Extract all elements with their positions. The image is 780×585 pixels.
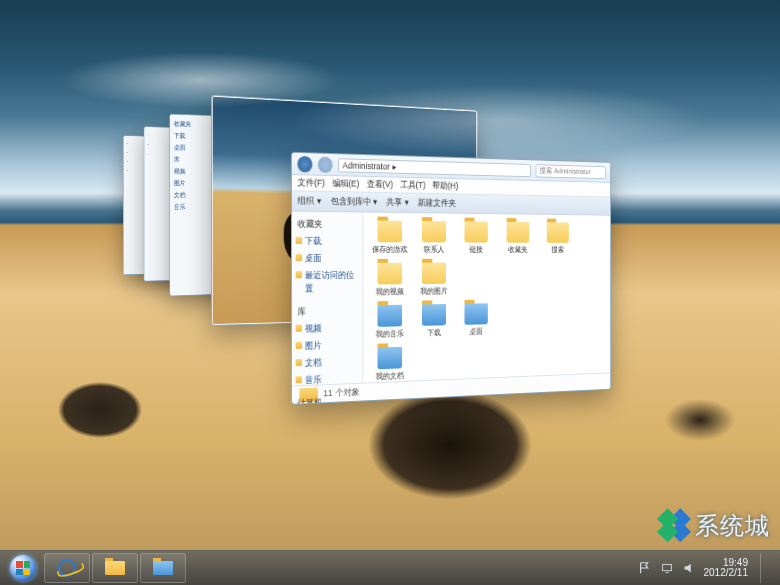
network-icon[interactable] — [660, 561, 674, 575]
show-desktop-button[interactable] — [760, 553, 770, 583]
taskbar-explorer-button[interactable] — [92, 553, 138, 583]
taskbar: 19:49 2012/2/11 — [0, 550, 780, 585]
folder-item[interactable]: 桌面 — [458, 303, 495, 337]
address-bar[interactable]: Administrator ▸ — [338, 157, 531, 176]
nav-pictures[interactable]: 图片 — [296, 336, 359, 355]
tool-newfolder[interactable]: 新建文件夹 — [417, 196, 455, 209]
nav-item[interactable]: 视频 — [172, 165, 210, 177]
flag-icon[interactable] — [638, 561, 652, 575]
search-input[interactable]: 搜索 Administrator — [536, 163, 606, 178]
watermark-text: 系统城 — [695, 510, 770, 542]
nav-music[interactable]: 音乐 — [296, 369, 359, 389]
nav-item[interactable]: 下载 — [172, 129, 210, 142]
folder-view[interactable]: 保存的游戏 联系人 链接 收藏夹 搜索 我的视频 我的图片 我的音乐 下载 桌面… — [363, 212, 610, 382]
clock[interactable]: 19:49 2012/2/11 — [704, 558, 749, 579]
date-text: 2012/2/11 — [704, 568, 749, 579]
menu-view[interactable]: 查看(V) — [366, 177, 393, 190]
folder-item[interactable]: 收藏夹 — [500, 221, 536, 254]
start-orb-icon — [10, 555, 36, 581]
folder-item[interactable]: 联系人 — [415, 220, 453, 254]
folder-item[interactable]: 我的图片 — [415, 262, 453, 296]
folder-item[interactable]: 下载 — [415, 303, 453, 338]
flip3d-window-explorer-front[interactable]: Administrator ▸ 搜索 Administrator 文件(F) 编… — [291, 151, 611, 404]
nav-desktop[interactable]: 桌面 — [296, 249, 359, 266]
nav-item[interactable]: 音乐 — [172, 201, 210, 213]
start-button[interactable] — [4, 553, 42, 583]
menu-file[interactable]: 文件(F) — [297, 176, 324, 190]
folder-item[interactable]: 我的文档 — [370, 346, 409, 382]
back-button[interactable] — [297, 155, 312, 172]
tool-organize[interactable]: 组织 ▾ — [297, 194, 321, 207]
menu-help[interactable]: 帮助(H) — [432, 179, 458, 192]
watermark: 系统城 — [657, 509, 770, 543]
taskbar-app-button[interactable] — [140, 553, 186, 583]
app-icon — [153, 561, 173, 575]
menu-tools[interactable]: 工具(T) — [400, 178, 426, 191]
watermark-icon — [650, 502, 698, 550]
folder-item[interactable]: 保存的游戏 — [370, 220, 409, 255]
nav-recent[interactable]: 最近访问的位置 — [296, 266, 359, 297]
nav-item[interactable]: 图片 — [172, 177, 210, 189]
navigation-pane: 收藏夹 下载 桌面 最近访问的位置 库 视频 图片 文档 音乐 计算机 网络 — [292, 211, 363, 385]
nav-libraries[interactable]: 库 — [296, 302, 359, 320]
svg-rect-0 — [662, 565, 671, 571]
nav-downloads[interactable]: 下载 — [296, 232, 359, 249]
menu-edit[interactable]: 编辑(E) — [332, 177, 359, 191]
nav-videos[interactable]: 视频 — [296, 319, 359, 338]
folder-item[interactable]: 链接 — [458, 221, 495, 255]
nav-item[interactable]: 库 — [172, 153, 210, 165]
forward-button[interactable] — [318, 156, 333, 172]
nav-item[interactable]: 文档 — [172, 189, 210, 201]
folder-item[interactable]: 我的音乐 — [370, 304, 409, 339]
taskbar-ie-button[interactable] — [44, 553, 90, 583]
nav-item[interactable]: 收藏夹 — [172, 117, 210, 130]
folder-item[interactable]: 搜索 — [540, 222, 575, 255]
volume-icon[interactable] — [682, 561, 696, 575]
system-tray: 19:49 2012/2/11 — [638, 553, 777, 583]
tool-include[interactable]: 包含到库中 ▾ — [330, 195, 377, 209]
tool-share[interactable]: 共享 ▾ — [386, 196, 408, 209]
nav-favorites[interactable]: 收藏夹 — [296, 215, 359, 233]
flip3d-stack: ···· ··· 收藏夹 下载 桌面 库 视频 图片 文档 — [330, 253, 331, 254]
ie-icon — [58, 559, 76, 577]
nav-documents[interactable]: 文档 — [296, 353, 359, 372]
folder-item[interactable]: 我的视频 — [370, 262, 409, 297]
explorer-icon — [105, 561, 125, 575]
desktop: ···· ··· 收藏夹 下载 桌面 库 视频 图片 文档 — [0, 0, 780, 585]
nav-item[interactable]: 桌面 — [172, 141, 210, 154]
